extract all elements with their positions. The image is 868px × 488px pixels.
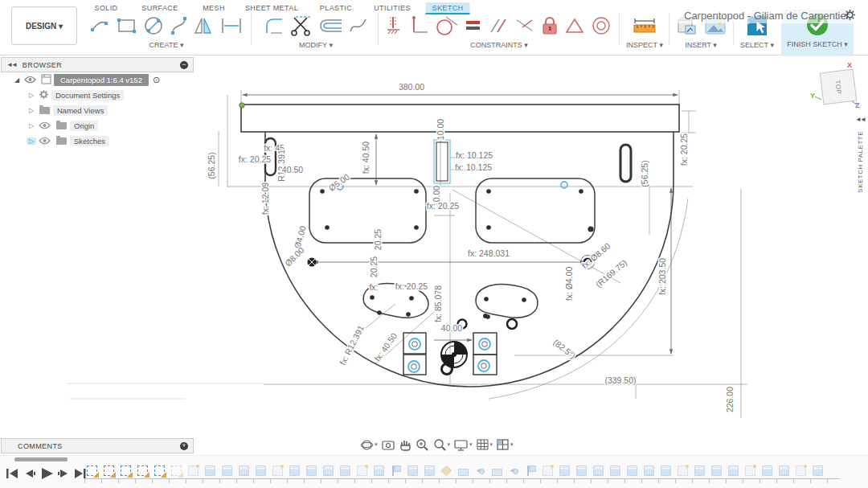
root-component-label[interactable]: Carpentopod 1:6.4 v152: [54, 74, 149, 86]
skip-to-start-icon[interactable]: [10, 469, 18, 478]
dimension-label[interactable]: fx: 12.09: [260, 182, 270, 215]
timeline-feature-sketch[interactable]: [121, 465, 131, 476]
timeline-feature-halfbox[interactable]: [458, 469, 469, 476]
dimension-label[interactable]: (82.5°): [551, 337, 577, 360]
pan-tool[interactable]: [399, 438, 411, 451]
equal-constraint-icon[interactable]: [465, 16, 482, 35]
grid-layout[interactable]: ▾: [477, 439, 493, 451]
sketch-dimension-icon[interactable]: [220, 16, 243, 35]
finish-sketch-label[interactable]: FINISH SKETCH ▾: [786, 40, 849, 48]
dimension-label[interactable]: fx:: [369, 282, 378, 292]
zoom-tool[interactable]: [416, 438, 429, 452]
viewports[interactable]: ▾: [497, 439, 514, 451]
timeline-feature-sketch[interactable]: [137, 465, 148, 476]
display-settings[interactable]: ▾: [454, 439, 473, 451]
dimension-label[interactable]: (R169.75): [594, 257, 628, 289]
dimension-label[interactable]: fx: 20.25: [679, 133, 689, 166]
browser-visibility-toggle-icon[interactable]: −: [180, 61, 188, 69]
timeline-feature-box[interactable]: [205, 465, 215, 476]
browser-row-document-settings[interactable]: ▷ Document Settings: [1, 88, 194, 103]
timeline-feature-halfbox[interactable]: [492, 469, 502, 476]
timeline-feature-flag[interactable]: [526, 465, 536, 476]
origin-point[interactable]: [240, 103, 244, 108]
timeline-feature-box[interactable]: [627, 465, 637, 476]
dimension-label[interactable]: fx: Ø8.60: [579, 241, 612, 271]
timeline-feature-box[interactable]: [694, 465, 705, 476]
measure-ruler-icon[interactable]: [633, 16, 657, 35]
timeline-feature-box[interactable]: [762, 465, 772, 476]
dimension-label[interactable]: fx: 203.50: [657, 258, 667, 295]
browser-header[interactable]: ◄◄ BROWSER −: [1, 57, 194, 72]
timeline-feature-box[interactable]: [779, 465, 789, 476]
modify-spline-icon[interactable]: [349, 15, 368, 36]
eye-icon[interactable]: [39, 121, 51, 131]
viewcube-top-face[interactable]: TOP: [820, 69, 858, 105]
timeline-feature-mirror[interactable]: [509, 465, 519, 476]
timeline-feature-box[interactable]: [340, 465, 350, 476]
timeline-feature-plane[interactable]: [357, 465, 367, 476]
document-settings-label[interactable]: Document Settings: [51, 90, 124, 100]
selected-geometry[interactable]: [337, 140, 567, 372]
step-back-icon[interactable]: [26, 470, 33, 478]
browser-row-origin[interactable]: ▷ Origin: [1, 118, 194, 133]
eye-icon[interactable]: [39, 137, 51, 146]
timeline-feature-box[interactable]: [306, 465, 317, 476]
skip-to-end-icon[interactable]: [75, 469, 83, 478]
skip-to-end-icon[interactable]: [84, 469, 86, 478]
timeline-feature-sketch-faded[interactable]: [171, 465, 182, 476]
fit-tool[interactable]: ▾: [433, 438, 451, 452]
timeline-feature-sketch[interactable]: [104, 465, 114, 476]
timeline-feature-box[interactable]: [256, 465, 266, 476]
timeline-scrub-handle[interactable]: [14, 457, 68, 461]
perpendicular-constraint-icon[interactable]: [410, 15, 429, 36]
expand-arrow-icon[interactable]: ▷: [27, 122, 36, 129]
dimension-label[interactable]: (339.50): [604, 375, 636, 385]
timeline-feature-box[interactable]: [728, 465, 739, 476]
sketch-palette-label[interactable]: SKETCH PALETTE: [857, 131, 864, 193]
timeline-feature-plane[interactable]: [272, 465, 283, 476]
timeline-feature-box[interactable]: [711, 465, 722, 476]
timeline-feature-box[interactable]: [374, 465, 384, 476]
timeline-feature-box[interactable]: [407, 465, 418, 476]
browser-row-sketches[interactable]: ▷ Sketches: [1, 133, 194, 149]
fix-constraint-icon[interactable]: [387, 15, 404, 36]
dimension-label[interactable]: fx: 248.031: [468, 248, 510, 258]
insert-menu-label[interactable]: INSERT ▾: [672, 41, 730, 49]
rectangle-tool-icon[interactable]: [117, 16, 137, 35]
timeline-feature-box[interactable]: [239, 465, 249, 476]
timeline-feature-box[interactable]: [576, 465, 587, 476]
timeline-feature-plane[interactable]: [745, 465, 755, 476]
dimension-label[interactable]: fx: R12.391: [338, 323, 366, 366]
modify-menu-label[interactable]: MODIFY ▾: [257, 41, 375, 49]
comments-header[interactable]: COMMENTS +: [1, 438, 194, 453]
timeline-feature-box[interactable]: [424, 465, 435, 476]
dimension-label[interactable]: 20.25: [373, 229, 383, 250]
dimension-label[interactable]: 40.00: [441, 323, 462, 333]
timeline-feature-box[interactable]: [289, 465, 300, 476]
browser-root-row[interactable]: ◢ Carpentopod 1:6.4 v152 ⊙: [1, 72, 194, 88]
select-menu-label[interactable]: SELECT ▾: [735, 41, 780, 49]
timeline-feature-box[interactable]: [610, 465, 620, 476]
offset-tool-icon[interactable]: [319, 16, 343, 35]
collapse-panel-icon[interactable]: ◄◄: [6, 61, 16, 68]
dimension-label[interactable]: 40.50: [282, 165, 303, 174]
circle-tool-icon[interactable]: [143, 15, 165, 36]
dimension-label[interactable]: 20.25: [369, 256, 379, 277]
dimension-label[interactable]: fx: 20.25: [395, 281, 428, 291]
dimension-label[interactable]: fx: Ø4.00: [564, 267, 574, 301]
two-point-line-icon[interactable]: [90, 16, 111, 35]
dimension-label[interactable]: Ø4.00: [293, 224, 308, 249]
add-comment-icon[interactable]: +: [180, 442, 188, 450]
spline-tool-icon[interactable]: [170, 15, 188, 36]
dimension-label[interactable]: Ø8.00: [283, 245, 306, 269]
timeline-feature-box[interactable]: [644, 465, 654, 476]
timeline-feature-box[interactable]: [323, 465, 334, 476]
parallel-constraint-icon[interactable]: [488, 16, 509, 35]
timeline-feature-box[interactable]: [593, 465, 604, 476]
sketch-palette-collapsed[interactable]: ◄◄ SKETCH PALETTE: [852, 113, 868, 249]
expand-arrow-icon[interactable]: ▷: [27, 137, 36, 145]
constraints-menu-label[interactable]: CONSTRAINTS ▾: [383, 41, 616, 49]
dimension-label[interactable]: (56.25): [207, 152, 216, 178]
timeline-feature-box[interactable]: [661, 465, 671, 476]
dimension-label[interactable]: fx: 20.25: [427, 201, 459, 211]
